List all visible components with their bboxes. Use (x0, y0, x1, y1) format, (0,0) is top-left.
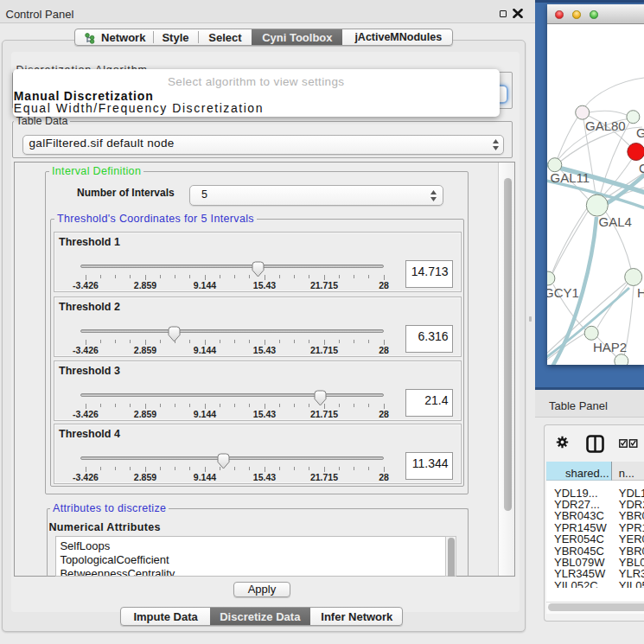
svg-text:GCY1: GCY1 (547, 285, 579, 300)
svg-text:GAL11: GAL11 (551, 170, 590, 185)
svg-text:GAL80: GAL80 (585, 118, 626, 133)
svg-text:C: C (639, 161, 644, 175)
svg-text:GAL: GAL (636, 125, 644, 140)
svg-text:GAL4: GAL4 (599, 214, 632, 229)
svg-text:HAP2: HAP2 (593, 340, 627, 354)
svg-text:H: H (637, 285, 644, 300)
